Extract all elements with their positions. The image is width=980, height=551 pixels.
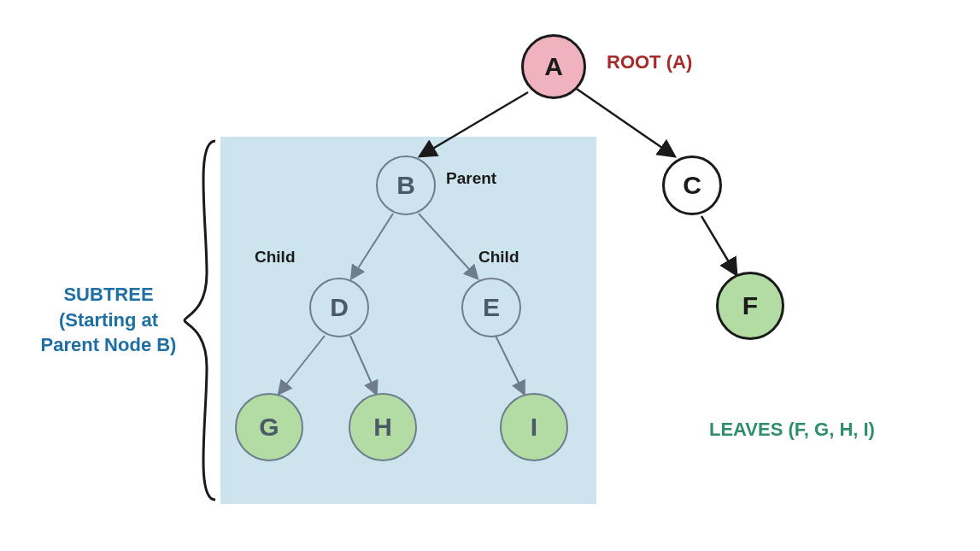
- subtree-annotation-line2: (Starting at: [36, 308, 181, 333]
- tree-diagram: A B C D E F G H I ROOT (A) Parent Child …: [0, 0, 980, 551]
- subtree-brace: [179, 137, 222, 504]
- svg-line-2: [701, 216, 736, 273]
- node-F: F: [716, 272, 784, 340]
- child-annotation-left: Child: [255, 248, 296, 267]
- node-A: A: [521, 34, 586, 99]
- subtree-annotation-line1: SUBTREE: [36, 282, 181, 308]
- node-E: E: [461, 278, 521, 337]
- node-E-label: E: [483, 293, 500, 322]
- subtree-annotation-line3: Parent Node B): [36, 332, 181, 358]
- node-B-label: B: [396, 171, 415, 200]
- leaves-annotation: LEAVES (F, G, H, I): [709, 419, 875, 441]
- node-B: B: [376, 155, 436, 215]
- node-F-label: F: [742, 291, 758, 320]
- node-D-label: D: [330, 293, 349, 322]
- node-I-label: I: [531, 413, 537, 442]
- node-A-label: A: [544, 52, 563, 81]
- node-C: C: [662, 155, 722, 215]
- node-H: H: [349, 393, 417, 461]
- parent-annotation: Parent: [446, 169, 496, 188]
- node-C-label: C: [683, 171, 701, 200]
- node-G: G: [235, 393, 303, 461]
- node-G-label: G: [259, 413, 279, 442]
- node-D: D: [309, 278, 369, 337]
- node-I: I: [500, 393, 568, 461]
- node-H-label: H: [373, 413, 392, 442]
- root-annotation: ROOT (A): [607, 51, 692, 73]
- subtree-annotation: SUBTREE (Starting at Parent Node B): [36, 282, 181, 358]
- child-annotation-right: Child: [478, 248, 519, 267]
